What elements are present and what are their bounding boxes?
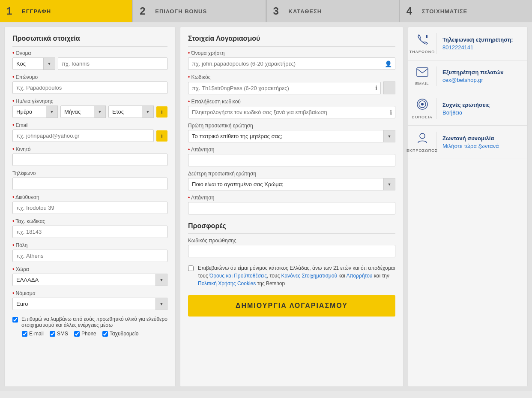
birthdate-group: Ημ/νια γέννησης Ημέρα Μήνας Ετος [12, 98, 167, 118]
city-input[interactable] [12, 250, 167, 262]
username-group: Όνομα χρήστη 👤 [188, 50, 395, 70]
username-wrapper: 👤 [188, 57, 395, 70]
currency-select[interactable]: Euro [12, 298, 167, 310]
marketing-checkbox-row: Επιθυμώ να λαμβάνω από εσάς προωθητικό υ… [12, 316, 167, 328]
terms-link-4[interactable]: Πολιτική Χρήσης Cookies [198, 280, 256, 286]
answer2-input[interactable] [188, 202, 395, 214]
postal-input[interactable] [12, 226, 167, 238]
chat-icon [416, 132, 428, 147]
marketing-sms[interactable]: SMS [50, 331, 68, 337]
month-select[interactable]: Μήνας [60, 106, 106, 118]
sec-question2-wrapper: Ποιο είναι το αγαπημένο σας Χρώμα; [188, 178, 395, 190]
email-support-title: Εξυπηρέτηση πελατών [442, 69, 521, 75]
help-support-title: Συχνές ερωτήσεις [442, 102, 521, 108]
phone-support-detail: 8012224141 [442, 44, 521, 51]
terms-link-3[interactable]: Απορρήτου [347, 273, 373, 279]
submit-button[interactable]: ΔΗΜΙΟΥΡΓΙΑ ΛΟΓΑΡΙΑΣΜΟΥ [188, 295, 395, 317]
terms-text: Επιβεβαιώνω ότι είμαι μόνιμος κάτοικος Ε… [198, 264, 395, 287]
svg-point-4 [421, 103, 424, 106]
help-support-detail: Βοήθεια [442, 109, 521, 116]
phone-group: Τηλέφωνο [12, 170, 167, 190]
address-label: Διεύθυνση [12, 194, 167, 200]
chat-support-title: Ζωντανή συνομιλία [442, 135, 521, 142]
date-row: Ημέρα Μήνας Ετος i [12, 106, 167, 118]
answer1-group: Απάντηση [188, 147, 395, 166]
marketing-label: Επιθυμώ να λαμβάνω από εσάς προωθητικό υ… [21, 316, 167, 328]
birthdate-label: Ημ/νια γέννησης [12, 98, 167, 104]
password-group: Κωδικός ℹ [188, 74, 395, 94]
sec-question2-select[interactable]: Ποιο είναι το αγαπημένο σας Χρώμα; [188, 178, 395, 190]
step-2[interactable]: 2 ΕΠΙΛΟΓΗ BONUS [133, 0, 265, 22]
phone-support-title: Τηλεφωνική εξυπηρέτηση: [442, 36, 521, 43]
mobile-label: Κινητό [12, 146, 167, 152]
email-support-detail: cex@betshop.gr [442, 77, 521, 83]
marketing-section: Επιθυμώ να λαμβάνω από εσάς προωθητικό υ… [12, 316, 167, 337]
currency-group: Νόμισμα Euro [12, 290, 167, 310]
marketing-email[interactable]: E-mail [22, 331, 44, 337]
email-label: Email [12, 122, 167, 128]
sec-question1-label: Πρώτη προσωπική ερώτηση [188, 123, 395, 129]
stepper: 1 ΕΓΓΡΑΦΗ 2 ΕΠΙΛΟΓΗ BONUS 3 ΚΑΤΑΘΕΣΗ 4 Σ… [0, 0, 532, 22]
help-icon [416, 98, 428, 113]
name-label: Ονομα [12, 50, 167, 56]
email-input[interactable] [12, 130, 154, 142]
step-4[interactable]: 4 ΣΤΟΙΧΗΜΑΤΙΣΕ [400, 0, 532, 22]
country-group: Χώρα ΕΛΛΑΔΑ [12, 266, 167, 286]
support-help-text: Συχνές ερωτήσεις Βοήθεια [442, 102, 521, 116]
confirm-password-icon: ℹ [390, 109, 392, 116]
terms-checkbox[interactable] [188, 265, 194, 271]
promo-code-input[interactable] [188, 245, 395, 257]
promo-code-group: Κωδικός προώθησης [188, 238, 395, 257]
support-help-item: ΒΟΗΘΕΙΑ Συχνές ερωτήσεις Βοήθεια [408, 92, 527, 126]
marketing-phone[interactable]: Phone [74, 331, 96, 337]
name-prefix-select[interactable]: Κος Κα [12, 57, 55, 70]
step-2-label: ΕΠΙΛΟΓΗ BONUS [155, 8, 207, 15]
username-input[interactable] [188, 57, 395, 70]
country-select[interactable]: ΕΛΛΑΔΑ [12, 274, 167, 286]
name-group: Ονομα Κος Κα [12, 50, 167, 70]
chat-icon-label: ΕΚΠΡΟΣΩΠΟΣ [406, 148, 438, 153]
phone-label: ΤΗΛΕΦΩΝΟ [409, 50, 435, 54]
phone-icon [416, 33, 428, 48]
birthdate-info-button[interactable]: i [156, 106, 167, 118]
support-chat-item: ΕΚΠΡΟΣΩΠΟΣ Ζωντανή συνομιλία Μιλήστε τώρ… [408, 126, 527, 159]
step-1-number: 1 [6, 5, 17, 17]
svg-rect-1 [417, 68, 428, 76]
step-3-label: ΚΑΤΑΘΕΣΗ [289, 8, 322, 15]
lastname-input[interactable] [12, 81, 167, 94]
phone-label: Τηλέφωνο [12, 170, 167, 176]
mobile-input[interactable] [12, 154, 167, 166]
phone-input[interactable] [12, 178, 167, 190]
country-label: Χώρα [12, 266, 167, 272]
mobile-group: Κινητό [12, 146, 167, 166]
email-row: i [12, 130, 167, 142]
step-2-number: 2 [140, 5, 150, 17]
confirm-password-input[interactable] [188, 106, 395, 118]
year-select[interactable]: Ετος [108, 106, 154, 118]
terms-link-2[interactable]: Κανόνες Στοιχηματισμού [281, 273, 337, 279]
currency-select-wrapper: Euro [12, 298, 167, 310]
currency-label: Νόμισμα [12, 290, 167, 296]
answer1-input[interactable] [188, 154, 395, 166]
email-info-button[interactable]: i [156, 130, 167, 142]
step-1[interactable]: 1 ΕΓΓΡΑΦΗ [0, 0, 132, 22]
name-row: Κος Κα [12, 57, 167, 70]
address-input[interactable] [12, 202, 167, 214]
marketing-checkbox[interactable] [12, 317, 18, 323]
sec-question1-select[interactable]: Το πατρικό επίθετο της μητέρας σας; [188, 130, 395, 142]
first-name-input[interactable] [58, 57, 167, 70]
day-select[interactable]: Ημέρα [12, 106, 58, 118]
marketing-mail[interactable]: Ταχυδρομείο [102, 331, 139, 337]
address-group: Διεύθυνση [12, 194, 167, 214]
account-info-panel: Στοιχεία Λογαριασμού Όνομα χρήστη 👤 Κωδι… [180, 27, 403, 387]
step-3[interactable]: 3 ΚΑΤΑΘΕΣΗ [267, 0, 399, 22]
support-help-icon-block: ΒΟΗΘΕΙΑ [414, 98, 436, 119]
support-chat-text: Ζωντανή συνομιλία Μιλήστε τώρα ζωντανά [442, 135, 521, 149]
support-chat-icon-block: ΕΚΠΡΟΣΩΠΟΣ [414, 132, 436, 153]
promos-section: Προσφορές Κωδικός προώθησης [188, 222, 395, 257]
terms-link-1[interactable]: Όρους και Προϋποθέσεις [209, 273, 267, 279]
personal-info-title: Προσωπικά στοιχεία [12, 35, 167, 47]
password-wrapper: ℹ [188, 82, 381, 94]
city-group: Πόλη [12, 242, 167, 262]
password-input[interactable] [188, 82, 381, 94]
